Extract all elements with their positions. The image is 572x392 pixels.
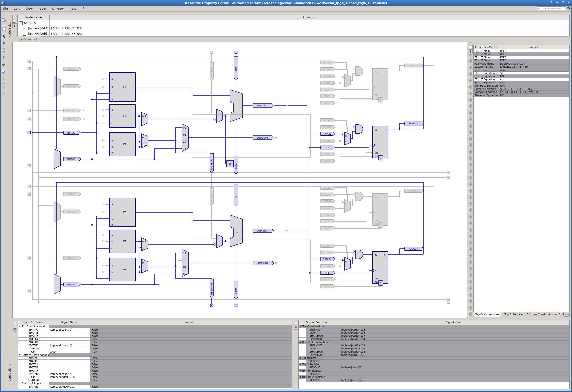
io-pad[interactable] bbox=[28, 290, 31, 293]
reg-port-SCLR[interactable]: SCLR bbox=[321, 61, 335, 64]
reg-port-SDATA[interactable]: SDATA bbox=[321, 207, 335, 210]
prop-value[interactable]: LABCELL_X80_Y3_N30 bbox=[499, 65, 569, 68]
menu-view[interactable]: View bbox=[22, 6, 35, 11]
port-!DATAA[interactable]: !DATAA bbox=[64, 109, 81, 112]
input-signal-name[interactable]: |toplevel|count[2] bbox=[49, 372, 90, 376]
register-dff[interactable]: DQendataC bbox=[373, 68, 388, 102]
reg-port-DATAIN[interactable]: DATAIN bbox=[321, 132, 335, 136]
row-header[interactable] bbox=[299, 360, 306, 363]
input-port-name[interactable]: !DATAA bbox=[18, 338, 49, 341]
close-button[interactable]: × bbox=[567, 1, 571, 4]
input-port-name[interactable]: !DATAE bbox=[18, 331, 49, 334]
io-pad[interactable] bbox=[28, 68, 31, 70]
inverted-value[interactable]: False bbox=[90, 357, 292, 360]
window-titlebar[interactable]: Resource Property Editor - /auto/homes/a… bbox=[0, 0, 572, 6]
input-signal-name[interactable] bbox=[49, 363, 90, 366]
editor-window-icon[interactable] bbox=[1, 17, 7, 23]
group-row[interactable]: ▼Bottom Register bbox=[299, 369, 569, 372]
reg-port-CLK[interactable]: CLK bbox=[321, 271, 335, 275]
group-row[interactable]: ▼Top Combinational bbox=[299, 325, 569, 328]
reg-port-SCLR[interactable]: SCLR bbox=[321, 186, 335, 190]
group-row[interactable]: ▼Bottom 2 Register bbox=[299, 376, 569, 378]
input-port-name[interactable]: !DATAB bbox=[18, 341, 49, 344]
reg-port-SDATA[interactable]: SDATA bbox=[321, 81, 335, 85]
node-row-name-1[interactable]: |toplevel|Add0~105 bbox=[18, 31, 50, 37]
reg-port-SDATA[interactable]: SDATA bbox=[321, 139, 335, 143]
group-row[interactable]: ▼Bottom 2 Register bbox=[18, 382, 49, 385]
output-signal-name[interactable]: |toplevel|Add0~105 bbox=[339, 328, 569, 331]
reg-port-!ACLR[interactable]: !ACLR bbox=[321, 101, 335, 105]
io-pad[interactable] bbox=[28, 257, 31, 259]
input-signal-name[interactable]: |toplevel|count[0] bbox=[49, 328, 90, 331]
prev-node-icon[interactable] bbox=[1, 85, 7, 90]
output-panel-pin-icon[interactable] bbox=[294, 325, 298, 329]
properties-close-icon[interactable] bbox=[468, 45, 473, 49]
output-port-name[interactable]: REGOUT bbox=[306, 366, 339, 369]
inverted-value[interactable]: True bbox=[90, 350, 292, 353]
io-pad[interactable] bbox=[28, 185, 31, 188]
node-panel-pin-icon[interactable] bbox=[12, 24, 17, 28]
node-row-name-0[interactable]: ✓|toplevel|Add0~101 bbox=[18, 26, 50, 31]
tab-top-combinational[interactable]: Top Combinational bbox=[473, 312, 502, 317]
connectivity-close-icon[interactable] bbox=[13, 321, 17, 325]
output-signal-name[interactable]: |toplevel|Add0~104 bbox=[339, 338, 569, 341]
input-signal-name[interactable] bbox=[49, 369, 90, 372]
row-header[interactable] bbox=[299, 344, 306, 347]
group-row[interactable]: ▼Bottom Combinational bbox=[299, 341, 569, 344]
input-port-name[interactable]: !DATAB bbox=[18, 366, 49, 369]
input-port-name[interactable]: SHAREIN bbox=[18, 347, 49, 350]
register-dff[interactable]: DQendataC bbox=[373, 126, 388, 160]
regout-port[interactable]: REGOUT bbox=[405, 189, 424, 193]
output-signal-name[interactable]: |toplevel|Add0~107 bbox=[339, 334, 569, 337]
next-node-icon[interactable] bbox=[1, 92, 7, 97]
node-checkbox[interactable]: ✓ bbox=[23, 27, 27, 30]
output-port-name[interactable]: REGOUT bbox=[306, 360, 339, 363]
input-signal-name[interactable] bbox=[49, 338, 90, 341]
cin-port[interactable]: CIN bbox=[234, 184, 238, 206]
io-pad[interactable] bbox=[210, 304, 213, 307]
input-signal-name[interactable] bbox=[49, 379, 90, 382]
reg-port-SCLR[interactable]: SCLR bbox=[321, 244, 335, 248]
inverted-value[interactable]: False bbox=[90, 379, 292, 382]
output-signal-name[interactable]: |toplevel|Add0~106 bbox=[339, 331, 569, 334]
reg-port-CLK[interactable]: CLK bbox=[321, 88, 335, 92]
reg-port-ENA[interactable]: ENA bbox=[321, 220, 335, 223]
output-signal-name[interactable]: |toplevel|count[1] bbox=[339, 366, 569, 369]
output-signal-name[interactable]: |toplevel|Add0~101 bbox=[339, 344, 569, 347]
inverted-value[interactable]: False bbox=[90, 360, 292, 363]
output-signal-name[interactable] bbox=[339, 360, 569, 363]
shareout-port[interactable]: SHAREOUT bbox=[210, 279, 214, 298]
select-all-checkbox[interactable] bbox=[19, 21, 23, 25]
inverted-value[interactable]: False bbox=[90, 376, 292, 378]
shareout-port[interactable]: SHAREOUT bbox=[210, 154, 214, 173]
lut-F2[interactable]: F2aAbBc bbox=[102, 133, 135, 156]
tab-scroll-right-icon[interactable]: ▶ bbox=[567, 313, 570, 317]
reg-port-DATAIN[interactable]: DATAIN bbox=[321, 74, 335, 78]
output-port-name[interactable]: COMBOUT bbox=[306, 338, 339, 341]
inverted-value[interactable]: False bbox=[90, 344, 292, 347]
combout-port[interactable]: COMBOUT bbox=[253, 136, 274, 140]
inverted-value[interactable]: False bbox=[90, 334, 292, 337]
reg-port-SCLR[interactable]: SCLR bbox=[321, 119, 335, 122]
input-signal-name[interactable] bbox=[49, 334, 90, 337]
node-selection-dock-tab[interactable]: Node Sel... bbox=[7, 15, 12, 45]
input-port-name[interactable]: !DATAD bbox=[18, 344, 49, 347]
lut-F0[interactable]: F0aAbBcd bbox=[102, 73, 135, 101]
pan-hand-icon[interactable] bbox=[1, 55, 7, 60]
group-row[interactable]: ▼Top Combinational bbox=[18, 325, 49, 328]
input-signal-name[interactable]: |toplevel|Add0~106 bbox=[49, 376, 90, 378]
io-pad[interactable] bbox=[447, 298, 450, 301]
reg-port-!ACLR[interactable]: !ACLR bbox=[321, 285, 335, 288]
port-!DATAC[interactable]: !DATAC bbox=[64, 131, 81, 135]
row-header[interactable] bbox=[299, 372, 306, 376]
prop-value[interactable]: N/A bbox=[499, 81, 569, 84]
inverted-value[interactable]: False bbox=[90, 366, 292, 369]
input-port-name[interactable]: !DATAF bbox=[18, 334, 49, 337]
port-!DATAF[interactable]: !DATAF bbox=[64, 192, 81, 196]
connectivity-pin-icon[interactable] bbox=[13, 329, 17, 334]
menu-help[interactable]: Help bbox=[66, 6, 79, 11]
select-all-cell[interactable]: Select All bbox=[18, 20, 50, 26]
prop-value[interactable]: CARRY(( D ) + ( C ) + ( !VCC )) bbox=[499, 91, 569, 94]
r-box[interactable]: R bbox=[226, 160, 234, 167]
menu-tools[interactable]: Tools bbox=[35, 6, 49, 11]
